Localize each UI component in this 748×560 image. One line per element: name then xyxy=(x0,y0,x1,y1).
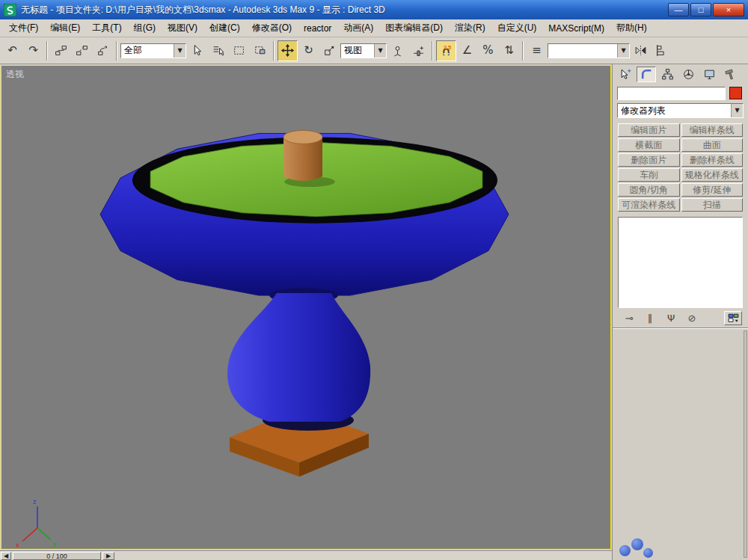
select-and-link-button[interactable] xyxy=(51,40,71,61)
rectangular-region-button[interactable] xyxy=(229,40,249,61)
redo-button[interactable]: ↷ xyxy=(23,40,43,61)
unlink-selection-button[interactable] xyxy=(72,40,92,61)
menu-file[interactable]: 文件(F) xyxy=(3,19,44,37)
perspective-viewport[interactable]: 透视 xyxy=(1,65,611,550)
tab-utilities[interactable] xyxy=(720,67,740,82)
tab-motion[interactable] xyxy=(678,67,698,82)
toolbar-separator xyxy=(273,41,275,61)
region-select-icon xyxy=(233,44,245,57)
toolbar-separator xyxy=(432,41,433,61)
menu-views[interactable]: 视图(V) xyxy=(162,19,203,37)
lathe-button[interactable]: 车削 xyxy=(618,168,680,182)
arrow-glyph: ▼ xyxy=(621,48,625,54)
select-and-manipulate-button[interactable] xyxy=(408,40,429,61)
menu-maxscript[interactable]: MAXScript(M) xyxy=(542,19,610,37)
dropdown-arrow-icon[interactable]: ▼ xyxy=(174,44,186,58)
dropdown-arrow-icon[interactable]: ▼ xyxy=(731,104,743,117)
arrow-glyph: ▼ xyxy=(378,48,382,54)
tab-create[interactable] xyxy=(616,67,635,82)
select-and-rotate-button[interactable]: ↻ xyxy=(298,40,319,61)
delete-patch-button[interactable]: 删除面片 xyxy=(618,153,680,167)
edit-spline-button[interactable]: 编辑样条线 xyxy=(681,123,744,137)
percent-snap-button[interactable]: % xyxy=(478,40,498,61)
object-name-row xyxy=(613,84,748,102)
menu-tools[interactable]: 工具(T) xyxy=(86,19,127,37)
angle-snap-icon: ∠ xyxy=(462,45,472,56)
mirror-button[interactable] xyxy=(631,40,651,61)
sweep-button[interactable]: 扫描 xyxy=(681,198,744,212)
snaps-toggle-button[interactable]: 2.5 xyxy=(436,40,456,61)
select-and-scale-button[interactable] xyxy=(319,40,340,61)
edit-patch-button[interactable]: 编辑面片 xyxy=(618,123,680,137)
selection-filter-dropdown[interactable]: 全部 ▼ xyxy=(120,43,186,58)
window-crossing-button[interactable] xyxy=(250,40,270,61)
select-object-button[interactable] xyxy=(187,40,207,61)
scene-render: z x y xyxy=(1,66,610,549)
close-icon: × xyxy=(726,6,731,14)
menu-graph-editors[interactable]: 图表编辑器(D) xyxy=(379,19,449,37)
dropdown-arrow-icon[interactable]: ▼ xyxy=(374,44,386,58)
normalize-spline-button[interactable]: 规格化样条线 xyxy=(681,168,744,182)
close-button[interactable]: × xyxy=(713,3,744,16)
surface-button[interactable]: 曲面 xyxy=(681,138,744,152)
minimize-icon: — xyxy=(675,6,683,14)
time-slider-track[interactable]: ◀ 0 / 100 ▶ xyxy=(0,550,612,560)
align-button[interactable] xyxy=(652,40,672,61)
menu-edit[interactable]: 编辑(E) xyxy=(44,19,86,37)
object-color-swatch[interactable] xyxy=(729,87,742,99)
use-pivot-center-button[interactable] xyxy=(387,40,408,61)
delete-spline-button[interactable]: 删除样条线 xyxy=(681,153,744,167)
model-pedestal[interactable] xyxy=(227,288,370,431)
select-and-move-button[interactable] xyxy=(278,40,298,61)
command-panel: 修改器列表 ▼ 编辑面片 编辑样条线 横截面 曲面 删除面片 删除样条线 车削 … xyxy=(612,64,748,560)
remove-modifier-button[interactable]: ⊘ xyxy=(683,311,701,325)
cross-section-button[interactable]: 横截面 xyxy=(618,138,680,152)
object-name-input[interactable] xyxy=(617,87,726,100)
tab-hierarchy[interactable] xyxy=(657,67,677,82)
maximize-button[interactable]: □ xyxy=(690,3,711,16)
modifier-list-dropdown[interactable]: 修改器列表 ▼ xyxy=(617,103,744,118)
modifier-stack-list[interactable] xyxy=(618,217,743,308)
timeline-next-button[interactable]: ▶ xyxy=(102,552,114,560)
bind-to-spacewarp-button[interactable] xyxy=(93,40,113,61)
dropdown-arrow-icon[interactable]: ▼ xyxy=(617,44,629,58)
tab-modify[interactable] xyxy=(637,67,656,82)
show-end-result-button[interactable]: ‖ xyxy=(641,311,659,325)
menu-modifiers[interactable]: 修改器(O) xyxy=(246,19,298,37)
menu-group[interactable]: 组(G) xyxy=(128,19,162,37)
edit-named-selections-button[interactable]: ≡ xyxy=(527,40,547,61)
angle-snap-button[interactable]: ∠ xyxy=(457,40,477,61)
minimize-button[interactable]: — xyxy=(668,3,689,16)
timeline-start-button[interactable]: ◀ xyxy=(1,552,11,560)
named-selection-dropdown[interactable]: ▼ xyxy=(548,43,630,58)
rollout-area[interactable] xyxy=(613,327,748,560)
scale-icon xyxy=(323,44,336,57)
make-unique-button[interactable]: Ψ xyxy=(662,311,680,325)
trim-extend-button[interactable]: 修剪/延伸 xyxy=(681,183,744,197)
configure-modifier-sets-button[interactable] xyxy=(724,311,742,325)
menu-create[interactable]: 创建(C) xyxy=(203,19,246,37)
modifier-list-value: 修改器列表 xyxy=(618,105,731,117)
menubar: 文件(F) 编辑(E) 工具(T) 组(G) 视图(V) 创建(C) 修改器(O… xyxy=(0,19,748,37)
panel-scrollbar[interactable] xyxy=(744,330,747,558)
spinner-snap-button[interactable]: ⇅ xyxy=(499,40,519,61)
fillet-chamfer-button[interactable]: 圆角/切角 xyxy=(618,183,680,197)
move-icon xyxy=(281,44,294,57)
menu-reactor[interactable]: reactor xyxy=(298,19,337,37)
tab-display[interactable] xyxy=(699,67,719,82)
menu-help[interactable]: 帮助(H) xyxy=(610,19,653,37)
titlebar[interactable]: 无标题 - 项目文件夹: D:\用户目录\我的文档\3dsmax - Autod… xyxy=(0,0,748,19)
undo-button[interactable]: ↶ xyxy=(2,40,22,61)
axis-y-label: y xyxy=(53,540,57,547)
modify-tab-icon xyxy=(640,68,653,81)
arrow-glyph: ▼ xyxy=(735,108,739,114)
menu-customize[interactable]: 自定义(U) xyxy=(491,19,543,37)
select-by-name-button[interactable] xyxy=(208,40,228,61)
menu-rendering[interactable]: 渲染(R) xyxy=(449,19,491,37)
pin-stack-button[interactable]: ⊸ xyxy=(620,311,638,325)
renderable-spline-button[interactable]: 可渲染样条线 xyxy=(618,198,680,212)
reference-coordinate-dropdown[interactable]: 视图 ▼ xyxy=(340,43,387,58)
bind-spacewarp-icon xyxy=(96,44,109,57)
menu-animation[interactable]: 动画(A) xyxy=(337,19,379,37)
time-slider-handle[interactable]: 0 / 100 xyxy=(13,552,101,560)
